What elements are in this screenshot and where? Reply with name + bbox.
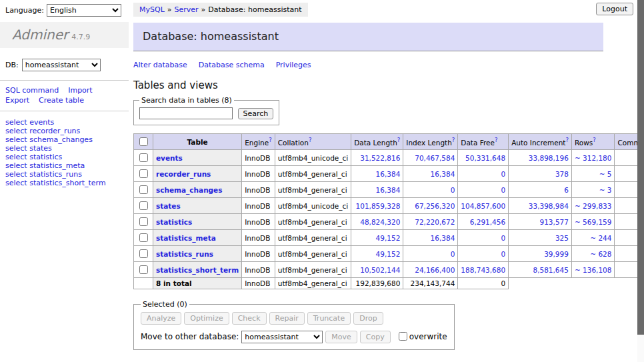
collation-cell: utf8mb4_general_ci: [275, 246, 351, 262]
move-button[interactable]: Move: [325, 331, 357, 343]
breadcrumb-separator: »: [167, 5, 172, 14]
brand-name: Adminer: [12, 27, 68, 43]
privileges-link[interactable]: Privileges: [276, 61, 311, 69]
breadcrumb-link[interactable]: Server: [175, 5, 199, 14]
row-checkbox-cell: [134, 262, 153, 278]
column-header: Table: [153, 134, 242, 150]
help-icon[interactable]: ?: [397, 137, 401, 143]
collation-cell: utf8mb4_general_ci: [275, 262, 351, 278]
total-engine-cell: InnoDB: [242, 278, 275, 289]
index-length-cell: 72,220,672: [403, 214, 458, 230]
sidebar-select-link[interactable]: select statistics: [5, 153, 123, 161]
sidebar-select-link[interactable]: select schema_changes: [5, 135, 123, 144]
vertical-scrollbar[interactable]: [637, 0, 644, 362]
data-length-cell: 10,502,144: [351, 262, 403, 278]
copy-button[interactable]: Copy: [360, 331, 391, 343]
auto-increment-cell: 913,577: [509, 214, 572, 230]
help-icon[interactable]: ?: [452, 137, 455, 143]
help-icon[interactable]: ?: [269, 137, 272, 143]
row-checkbox-cell: [134, 214, 153, 230]
breadcrumb: MySQL»Server»Database: homeassistant: [133, 3, 308, 17]
data-length-cell: 101,859,328: [351, 198, 403, 214]
collation-cell: utf8mb4_general_ci: [275, 182, 351, 198]
row-checkbox[interactable]: [139, 217, 148, 226]
data-free-cell: 104,857,600: [458, 198, 509, 214]
move-row: Move to other database:homeassistantMove…: [141, 330, 447, 343]
data-free-cell: 0: [458, 230, 509, 246]
optimize-button[interactable]: Optimize: [184, 312, 229, 325]
table-row: recorder_runsInnoDButf8mb4_general_ci16,…: [134, 166, 644, 182]
row-checkbox[interactable]: [139, 153, 148, 162]
table-name-link[interactable]: statistics: [156, 218, 192, 226]
column-header: Rows?: [571, 134, 615, 150]
row-checkbox[interactable]: [139, 265, 148, 274]
column-header: Data Free?: [458, 134, 509, 150]
repair-button[interactable]: Repair: [269, 312, 305, 325]
row-checkbox[interactable]: [139, 233, 148, 242]
overwrite-checkbox[interactable]: [399, 332, 407, 341]
search-input[interactable]: [139, 107, 233, 119]
help-icon[interactable]: ?: [495, 137, 498, 143]
total-row: 8 in totalInnoDButf8mb4_general_ci192,83…: [134, 278, 644, 289]
move-label: Move to other database:: [141, 332, 239, 341]
row-checkbox[interactable]: [139, 249, 148, 258]
breadcrumb-link[interactable]: MySQL: [139, 5, 165, 14]
scrollbar-thumb[interactable]: [637, 0, 644, 335]
database-schema-link[interactable]: Database schema: [199, 61, 265, 69]
logout-button[interactable]: Logout: [596, 3, 633, 15]
sql-command-link[interactable]: SQL command: [5, 86, 59, 95]
sidebar-select-link[interactable]: select recorder_runs: [5, 127, 123, 135]
row-checkbox-cell: [134, 166, 153, 182]
import-link[interactable]: Import: [68, 86, 93, 95]
row-checkbox-cell: [134, 246, 153, 262]
move-db-select[interactable]: homeassistant: [241, 331, 323, 343]
search-button[interactable]: Search: [238, 108, 274, 119]
sidebar-select-link[interactable]: select statistics_runs: [5, 170, 123, 179]
row-checkbox[interactable]: [139, 185, 148, 194]
db-select-row: DB:homeassistant: [5, 59, 129, 71]
select-all-checkbox[interactable]: [139, 137, 148, 146]
sidebar-select-link[interactable]: select statistics_meta: [5, 161, 123, 170]
table-name-link[interactable]: events: [156, 154, 183, 162]
table-name-link[interactable]: recorder_runs: [156, 170, 211, 178]
data-length-cell: 31,522,816: [351, 150, 403, 166]
export-link[interactable]: Export: [5, 96, 29, 105]
data-length-cell: 16,384: [351, 166, 403, 182]
select-all-cell: [134, 134, 153, 150]
total-collation-cell: utf8mb4_general_ci: [275, 278, 351, 289]
row-checkbox-cell: [134, 198, 153, 214]
engine-cell: InnoDB: [242, 246, 275, 262]
sidebar-select-link[interactable]: select events: [5, 118, 123, 127]
row-checkbox-cell: [134, 150, 153, 166]
search-fieldset: Search data in tables (8) Search: [133, 96, 279, 125]
table-name-link[interactable]: statistics_short_term: [156, 266, 239, 274]
row-checkbox[interactable]: [139, 169, 148, 178]
db-select[interactable]: homeassistant: [22, 59, 101, 71]
check-button[interactable]: Check: [232, 312, 267, 325]
table-name-cell: recorder_runs: [153, 166, 242, 182]
table-name-link[interactable]: statistics_meta: [156, 234, 216, 242]
row-checkbox[interactable]: [139, 201, 148, 210]
drop-button[interactable]: Drop: [353, 312, 383, 325]
sidebar-select-link[interactable]: select states: [5, 144, 123, 153]
table-name-cell: statistics_runs: [153, 246, 242, 262]
alter-database-link[interactable]: Alter database: [133, 61, 187, 69]
analyze-button[interactable]: Analyze: [141, 312, 181, 325]
truncate-button[interactable]: Truncate: [307, 312, 351, 325]
data-length-cell: 16,384: [351, 182, 403, 198]
row-checkbox-cell: [134, 230, 153, 246]
table-name-link[interactable]: states: [156, 202, 181, 210]
help-icon[interactable]: ?: [593, 137, 596, 143]
collation-cell: utf8mb4_general_ci: [275, 214, 351, 230]
create-table-link-sidebar[interactable]: Create table: [39, 96, 84, 105]
auto-increment-cell: 8,581,645: [509, 262, 572, 278]
selected-fieldset: Selected (0) AnalyzeOptimizeCheckRepairT…: [133, 300, 455, 350]
language-select[interactable]: English: [47, 4, 121, 17]
table-name-link[interactable]: statistics_runs: [156, 250, 213, 258]
table-name-link[interactable]: schema_changes: [156, 186, 223, 194]
help-icon[interactable]: ?: [309, 137, 312, 143]
help-icon[interactable]: ?: [565, 137, 569, 143]
sidebar-select-link[interactable]: select statistics_short_term: [5, 179, 123, 187]
language-row: Language:English: [5, 4, 129, 17]
table-row: schema_changesInnoDButf8mb4_general_ci16…: [134, 182, 644, 198]
